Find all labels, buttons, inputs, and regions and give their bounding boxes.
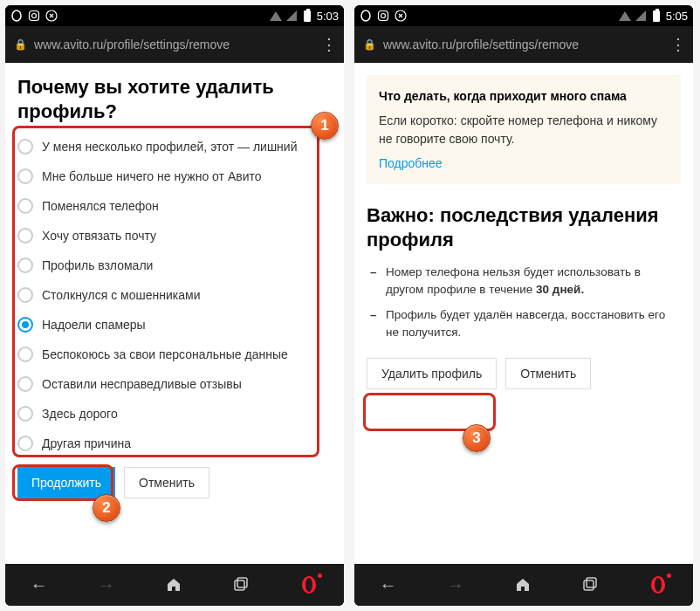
radio-icon <box>17 139 33 154</box>
browser-nav: ← → <box>5 564 344 606</box>
step-badge-3: 3 <box>463 424 491 452</box>
nav-home-icon[interactable] <box>514 576 532 594</box>
phone-left: 5:03 🔒 www.avito.ru/profile/settings/rem… <box>5 5 344 606</box>
reason-option[interactable]: Здесь дорого <box>17 402 332 425</box>
consequence-item: Профиль будет удалён навсегда, восстанов… <box>367 306 681 340</box>
svg-point-7 <box>305 578 312 592</box>
nav-back-icon[interactable]: ← <box>31 575 48 595</box>
clock: 5:03 <box>317 10 339 23</box>
reason-option[interactable]: Оставили несправедливые отзывы <box>17 373 332 395</box>
browser-menu-icon[interactable]: ⋮ <box>670 35 684 54</box>
reason-label: Поменялся телефон <box>42 199 159 214</box>
radio-icon <box>17 287 33 303</box>
reason-label: Беспокоюсь за свои персональные данные <box>42 347 288 362</box>
url-bar[interactable]: 🔒 www.avito.ru/profile/settings/remove ⋮ <box>5 26 344 63</box>
consequences-list: Номер телефона нельзя будет использовать… <box>367 264 681 340</box>
consequence-item: Номер телефона нельзя будет использовать… <box>367 264 681 298</box>
reason-label: У меня несколько профилей, этот — лишний <box>42 140 298 154</box>
reason-option[interactable]: Надоели спамеры <box>17 313 332 336</box>
radio-icon <box>17 376 33 392</box>
reason-label: Профиль взломали <box>42 258 153 273</box>
page-content: Что делать, когда приходит много спама Е… <box>354 63 693 564</box>
radio-icon <box>17 406 33 422</box>
svg-point-2 <box>32 14 37 18</box>
reason-label: Здесь дорого <box>42 407 118 422</box>
reason-label: Мне больше ничего не нужно от Авито <box>42 169 262 184</box>
signal-icon <box>635 10 647 22</box>
instagram-icon <box>28 10 40 22</box>
svg-point-0 <box>12 10 21 21</box>
svg-rect-9 <box>379 11 388 21</box>
page-title: Почему вы хотите удалить профиль? <box>17 75 332 123</box>
opera-mini-icon <box>10 10 23 22</box>
nav-forward-icon[interactable]: → <box>447 575 464 595</box>
browser-nav: ← → <box>354 564 693 606</box>
page-title: Важно: последствия удаления профиля <box>367 203 681 251</box>
radio-icon <box>17 257 33 273</box>
svg-rect-12 <box>584 580 594 590</box>
cancel-button[interactable]: Отменить <box>505 358 591 389</box>
nav-tabs-icon[interactable] <box>581 576 599 594</box>
radio-icon <box>17 436 33 451</box>
radio-icon <box>17 168 33 184</box>
callout-box-3 <box>363 393 496 431</box>
signal-icon <box>285 10 298 22</box>
nav-back-icon[interactable]: ← <box>380 575 397 595</box>
shazam-icon <box>45 10 58 22</box>
svg-point-8 <box>361 10 370 21</box>
svg-rect-4 <box>235 580 244 590</box>
svg-rect-5 <box>237 578 247 587</box>
reason-label: Столкнулся с мошенниками <box>42 288 200 303</box>
reason-option[interactable]: Мне больше ничего не нужно от Авито <box>17 165 332 188</box>
nav-opera-icon[interactable] <box>649 575 668 594</box>
info-body: Если коротко: скройте номер телефона и н… <box>379 112 669 148</box>
shazam-icon <box>395 10 407 22</box>
nav-forward-icon[interactable]: → <box>98 575 115 595</box>
svg-point-10 <box>381 14 386 18</box>
info-link[interactable]: Подробнее <box>379 154 669 172</box>
svg-rect-13 <box>587 578 596 587</box>
status-bar: 5:05 <box>354 5 693 26</box>
reason-label: Надоели спамеры <box>42 318 146 333</box>
reason-radio-group: У меня несколько профилей, этот — лишний… <box>17 135 332 455</box>
lock-icon: 🔒 <box>363 38 376 51</box>
status-bar: 5:03 <box>5 5 344 26</box>
battery-icon <box>301 10 313 22</box>
spam-info-box: Что делать, когда приходит много спама Е… <box>367 75 681 184</box>
reason-option[interactable]: Другая причина <box>17 432 332 455</box>
reason-option[interactable]: У меня несколько профилей, этот — лишний <box>17 135 332 158</box>
nav-tabs-icon[interactable] <box>232 576 250 594</box>
browser-menu-icon[interactable]: ⋮ <box>321 35 335 54</box>
battery-icon <box>650 10 662 22</box>
url-text: www.avito.ru/profile/settings/remove <box>34 38 314 51</box>
url-text: www.avito.ru/profile/settings/remove <box>383 38 663 51</box>
reason-option[interactable]: Столкнулся с мошенниками <box>17 284 332 306</box>
nav-opera-icon[interactable] <box>299 575 319 594</box>
phone-right: 5:05 🔒 www.avito.ru/profile/settings/rem… <box>354 5 693 606</box>
delete-profile-button[interactable]: Удалить профиль <box>367 358 497 389</box>
reason-option[interactable]: Хочу отвязать почту <box>17 224 332 247</box>
url-bar[interactable]: 🔒 www.avito.ru/profile/settings/remove ⋮ <box>354 26 693 63</box>
reason-option[interactable]: Поменялся телефон <box>17 195 332 217</box>
reason-option[interactable]: Профиль взломали <box>17 254 332 277</box>
wifi-icon <box>270 10 282 22</box>
nav-home-icon[interactable] <box>165 576 182 594</box>
instagram-icon <box>377 10 389 22</box>
reason-option[interactable]: Беспокоюсь за свои персональные данные <box>17 343 332 366</box>
radio-icon <box>17 347 33 362</box>
reason-label: Хочу отвязать почту <box>42 229 156 244</box>
radio-icon <box>17 228 33 244</box>
continue-button[interactable]: Продолжить <box>17 467 115 498</box>
page-content: Почему вы хотите удалить профиль? У меня… <box>5 63 344 564</box>
radio-icon <box>17 317 33 333</box>
info-title: Что делать, когда приходит много спама <box>379 87 669 105</box>
opera-mini-icon <box>360 10 372 22</box>
clock: 5:05 <box>666 10 688 23</box>
lock-icon: 🔒 <box>14 38 27 51</box>
reason-label: Другая причина <box>42 436 131 451</box>
svg-point-15 <box>655 578 662 592</box>
reason-label: Оставили несправедливые отзывы <box>42 377 242 392</box>
radio-icon <box>17 198 33 214</box>
svg-rect-1 <box>30 11 39 21</box>
cancel-button[interactable]: Отменить <box>124 467 209 498</box>
